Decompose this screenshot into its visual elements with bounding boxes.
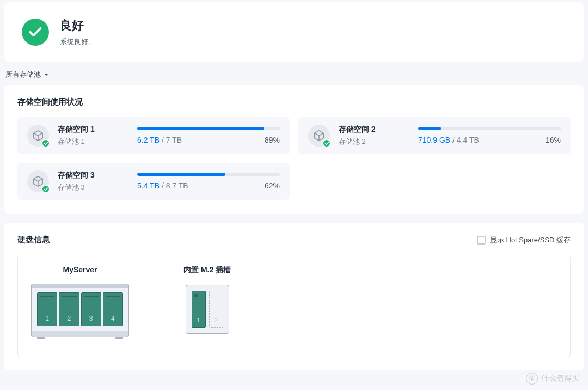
m2-slot[interactable]: 1 <box>192 291 206 328</box>
filter-label: 所有存储池 <box>5 70 41 80</box>
storage-pool-filter[interactable]: 所有存储池 <box>5 70 48 80</box>
percent-text: 89% <box>265 136 280 144</box>
checkbox-text: 显示 Hot Spare/SSD 缓存 <box>490 235 571 245</box>
volume-item[interactable]: 存储空间 2 存储池 2 710.9 GB / 4.4 TB 16% <box>298 117 571 154</box>
progress-bar <box>137 127 280 130</box>
drive-bay[interactable]: 3 <box>81 292 101 326</box>
status-title: 良好 <box>60 17 95 34</box>
usage-title: 存储空间使用状况 <box>17 97 571 107</box>
stats-row: 710.9 GB / 4.4 TB 16% <box>418 136 561 144</box>
usage-card: 存储空间使用状况 存储空间 1 存储池 1 6.2 TB / 7 TB 89% <box>4 85 584 214</box>
pool-name: 存储池 3 <box>58 182 128 192</box>
pool-name: 存储池 1 <box>58 137 128 147</box>
drive-bay[interactable]: 2 <box>59 292 79 326</box>
volume-names: 存储空间 3 存储池 3 <box>58 170 128 192</box>
volume-stats: 710.9 GB / 4.4 TB 16% <box>418 127 561 144</box>
volume-names: 存储空间 1 存储池 1 <box>58 125 128 147</box>
status-text-block: 良好 系统良好。 <box>60 17 95 47</box>
m2-illustration: 12 <box>186 285 229 334</box>
usage-text: 6.2 TB / 7 TB <box>137 136 182 144</box>
status-card: 良好 系统良好。 <box>4 2 584 62</box>
volume-icon-wrap <box>27 170 49 192</box>
disk-card: 硬盘信息 显示 Hot Spare/SSD 缓存 MyServer 1234 内… <box>4 223 584 370</box>
watermark-text: 什么值得买 <box>541 374 579 383</box>
disk-header: 硬盘信息 显示 Hot Spare/SSD 缓存 <box>17 235 571 245</box>
stats-row: 6.2 TB / 7 TB 89% <box>137 136 280 144</box>
volume-stats: 5.4 TB / 8.7 TB 62% <box>137 173 280 190</box>
volume-name: 存储空间 3 <box>58 170 128 180</box>
pool-name: 存储池 2 <box>339 137 409 147</box>
progress-fill <box>137 173 225 176</box>
volume-item[interactable]: 存储空间 3 存储池 3 5.4 TB / 8.7 TB 62% <box>17 163 290 200</box>
volumes-grid: 存储空间 1 存储池 1 6.2 TB / 7 TB 89% 存储空间 2 存储… <box>17 117 571 200</box>
drive-bay[interactable]: 4 <box>103 292 123 326</box>
m2-device[interactable]: 内置 M.2 插槽 12 <box>183 265 231 342</box>
volume-name: 存储空间 2 <box>339 125 409 135</box>
progress-fill <box>418 127 441 130</box>
nas-device[interactable]: MyServer 1234 <box>31 265 129 342</box>
caret-down-icon <box>44 74 48 76</box>
volume-icon-wrap <box>27 125 49 147</box>
progress-bar <box>137 173 280 176</box>
status-subtitle: 系统良好。 <box>60 37 95 47</box>
volume-icon-wrap <box>308 125 330 147</box>
volume-name: 存储空间 1 <box>58 125 128 135</box>
filter-row: 所有存储池 <box>0 62 588 85</box>
volume-item[interactable]: 存储空间 1 存储池 1 6.2 TB / 7 TB 89% <box>17 117 290 154</box>
status-ok-badge <box>41 185 50 193</box>
volume-stats: 6.2 TB / 7 TB 89% <box>137 127 280 144</box>
disk-panel: MyServer 1234 内置 M.2 插槽 12 <box>17 255 571 357</box>
stats-row: 5.4 TB / 8.7 TB 62% <box>137 181 280 190</box>
checkbox-box <box>477 236 486 245</box>
disk-title: 硬盘信息 <box>17 235 50 245</box>
show-hotspare-checkbox[interactable]: 显示 Hot Spare/SSD 缓存 <box>477 235 571 245</box>
m2-slot[interactable]: 2 <box>209 291 223 328</box>
status-ok-icon <box>22 19 49 46</box>
nas-illustration: 1234 <box>31 284 129 342</box>
percent-text: 62% <box>265 181 280 190</box>
status-ok-badge <box>322 139 331 148</box>
volume-names: 存储空间 2 存储池 2 <box>339 125 409 147</box>
usage-text: 710.9 GB / 4.4 TB <box>418 136 479 144</box>
progress-bar <box>418 127 561 130</box>
watermark: 值 什么值得买 <box>526 373 579 385</box>
watermark-icon: 值 <box>526 373 538 385</box>
usage-text: 5.4 TB / 8.7 TB <box>137 181 188 190</box>
status-ok-badge <box>41 139 50 148</box>
percent-text: 16% <box>546 136 561 144</box>
progress-fill <box>137 127 264 130</box>
nas-name: MyServer <box>31 265 129 274</box>
m2-name: 内置 M.2 插槽 <box>183 265 231 275</box>
drive-bay[interactable]: 1 <box>37 292 57 326</box>
